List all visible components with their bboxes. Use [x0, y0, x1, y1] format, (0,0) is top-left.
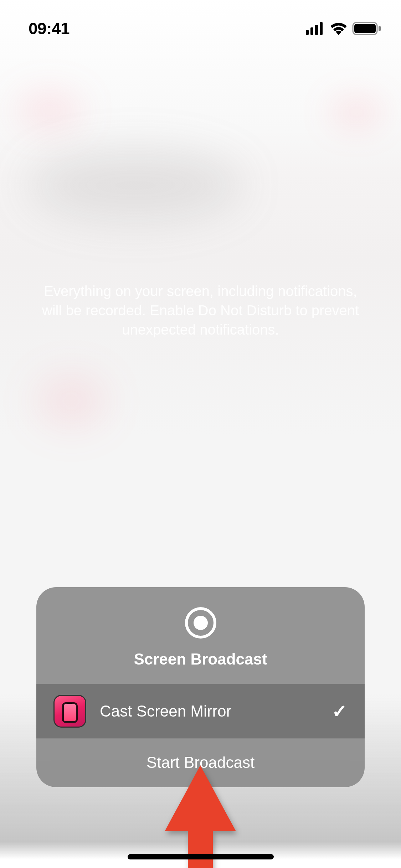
svg-rect-1 [310, 27, 313, 35]
cast-screen-mirror-app-icon [53, 695, 86, 728]
svg-rect-5 [354, 24, 376, 33]
status-time: 09:41 [29, 19, 70, 38]
svg-rect-6 [379, 26, 381, 31]
record-icon [185, 607, 217, 639]
status-bar: 09:41 [0, 0, 401, 46]
broadcast-picker-modal: Screen Broadcast Cast Screen Mirror ✓ St… [36, 587, 365, 787]
wifi-icon [329, 22, 348, 35]
svg-point-8 [194, 616, 208, 630]
app-name-label: Cast Screen Mirror [100, 702, 318, 720]
modal-title: Screen Broadcast [134, 650, 267, 668]
svg-rect-0 [306, 30, 309, 35]
cellular-signal-icon [306, 22, 325, 35]
status-icons [306, 22, 381, 35]
battery-icon [352, 22, 381, 35]
checkmark-icon: ✓ [332, 701, 348, 722]
modal-header: Screen Broadcast [36, 587, 365, 684]
svg-rect-2 [315, 25, 318, 35]
broadcast-app-option[interactable]: Cast Screen Mirror ✓ [36, 684, 365, 739]
arrow-annotation-icon [165, 765, 236, 868]
home-indicator[interactable] [128, 854, 274, 859]
svg-rect-3 [320, 22, 323, 35]
recording-disclaimer: Everything on your screen, including not… [0, 281, 401, 339]
